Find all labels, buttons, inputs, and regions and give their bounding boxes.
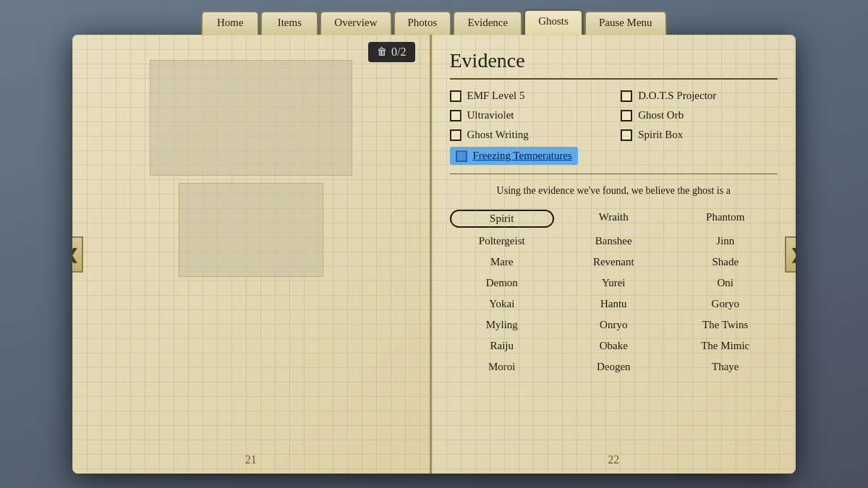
trash-count: 0/2 bbox=[391, 46, 406, 59]
ghost-spirit[interactable]: Spirit bbox=[450, 210, 555, 228]
checkbox-ghost-orb[interactable] bbox=[621, 110, 632, 121]
trash-counter: 🗑 0/2 bbox=[368, 42, 414, 62]
ghost-the-mimic[interactable]: The Mimic bbox=[673, 338, 778, 354]
ghost-hantu[interactable]: Hantu bbox=[561, 296, 666, 312]
right-page-number: 22 bbox=[608, 453, 619, 466]
ghost-oni[interactable]: Oni bbox=[673, 275, 778, 291]
ghost-deogen[interactable]: Deogen bbox=[561, 359, 666, 374]
nav-bar: Home Items Overview Photos Evidence Ghos… bbox=[0, 0, 868, 35]
label-ghost-orb: Ghost Orb bbox=[638, 109, 684, 121]
ghost-shade[interactable]: Shade bbox=[673, 254, 778, 270]
ghost-yokai[interactable]: Yokai bbox=[450, 296, 555, 312]
ghost-phantom[interactable]: Phantom bbox=[673, 210, 778, 228]
evidence-title: Evidence bbox=[450, 49, 778, 72]
ghost-revenant[interactable]: Revenant bbox=[561, 254, 666, 270]
evidence-item-spirit-box[interactable]: Spirit Box bbox=[621, 129, 778, 141]
book-left-page: ❮ 🗑 0/2 21 bbox=[72, 35, 432, 474]
trash-icon: 🗑 bbox=[377, 46, 387, 58]
tab-photos[interactable]: Photos bbox=[393, 11, 452, 35]
photo-bottom bbox=[179, 183, 323, 277]
evidence-item-emf[interactable]: EMF Level 5 bbox=[450, 90, 607, 102]
tab-pause-menu[interactable]: Pause Menu bbox=[584, 11, 667, 35]
evidence-item-ghost-orb[interactable]: Ghost Orb bbox=[621, 109, 778, 121]
next-page-arrow[interactable]: ❯ bbox=[785, 236, 796, 273]
ghost-obake[interactable]: Obake bbox=[561, 338, 666, 354]
ghost-yurei[interactable]: Yurei bbox=[561, 275, 666, 291]
label-spirit-box: Spirit Box bbox=[638, 129, 683, 141]
checkbox-ghost-writing[interactable] bbox=[450, 129, 461, 141]
checkbox-spirit-box[interactable] bbox=[621, 129, 632, 141]
ghost-poltergeist[interactable]: Poltergeist bbox=[450, 234, 555, 249]
ghost-banshee[interactable]: Banshee bbox=[561, 234, 666, 249]
label-ghost-writing: Ghost Writing bbox=[467, 129, 529, 141]
ghost-wraith[interactable]: Wraith bbox=[561, 210, 666, 228]
book: ❮ 🗑 0/2 21 ❯ Evidence EMF Level 5 D.O.T.… bbox=[72, 35, 796, 474]
checkbox-freezing[interactable] bbox=[456, 150, 467, 162]
label-freezing: Freezing Temperatures bbox=[473, 150, 572, 162]
left-page-number: 21 bbox=[245, 453, 257, 466]
belief-divider bbox=[450, 174, 778, 174]
tab-evidence[interactable]: Evidence bbox=[453, 11, 522, 35]
checkbox-uv[interactable] bbox=[450, 110, 461, 121]
tab-items[interactable]: Items bbox=[260, 11, 318, 35]
tab-home[interactable]: Home bbox=[201, 11, 259, 35]
book-right-page: ❯ Evidence EMF Level 5 D.O.T.S Projector… bbox=[432, 35, 796, 474]
ghost-onryo[interactable]: Onryo bbox=[561, 317, 666, 333]
photo-area bbox=[87, 60, 415, 277]
prev-page-arrow[interactable]: ❮ bbox=[72, 236, 83, 273]
ghost-goryo[interactable]: Goryo bbox=[673, 296, 778, 312]
checkbox-emf[interactable] bbox=[450, 90, 461, 102]
tab-ghosts[interactable]: Ghosts bbox=[524, 9, 583, 35]
evidence-item-uv[interactable]: Ultraviolet bbox=[450, 109, 607, 121]
evidence-divider bbox=[450, 78, 778, 80]
ghost-moroi[interactable]: Moroi bbox=[450, 359, 555, 374]
ghost-raiju[interactable]: Raiju bbox=[450, 338, 555, 354]
ghost-grid: SpiritWraithPhantomPoltergeistBansheeJin… bbox=[450, 210, 778, 374]
ghost-myling[interactable]: Myling bbox=[450, 317, 555, 333]
ghost-thaye[interactable]: Thaye bbox=[673, 359, 778, 374]
label-dots: D.O.T.S Projector bbox=[638, 90, 716, 102]
label-uv: Ultraviolet bbox=[467, 109, 514, 121]
evidence-grid: EMF Level 5 D.O.T.S Projector Ultraviole… bbox=[450, 90, 778, 141]
evidence-item-ghost-writing[interactable]: Ghost Writing bbox=[450, 129, 607, 141]
photo-top bbox=[150, 60, 352, 176]
evidence-item-dots[interactable]: D.O.T.S Projector bbox=[621, 90, 778, 102]
checkbox-dots[interactable] bbox=[621, 90, 632, 102]
ghost-the-twins[interactable]: The Twins bbox=[673, 317, 778, 333]
evidence-item-freezing[interactable]: Freezing Temperatures bbox=[450, 147, 578, 165]
ghost-jinn[interactable]: Jinn bbox=[673, 234, 778, 249]
ghost-demon[interactable]: Demon bbox=[450, 275, 555, 291]
tab-overview[interactable]: Overview bbox=[320, 11, 391, 35]
belief-text: Using the evidence we've found, we belie… bbox=[450, 183, 778, 198]
label-emf: EMF Level 5 bbox=[467, 90, 525, 102]
ghost-mare[interactable]: Mare bbox=[450, 254, 555, 270]
